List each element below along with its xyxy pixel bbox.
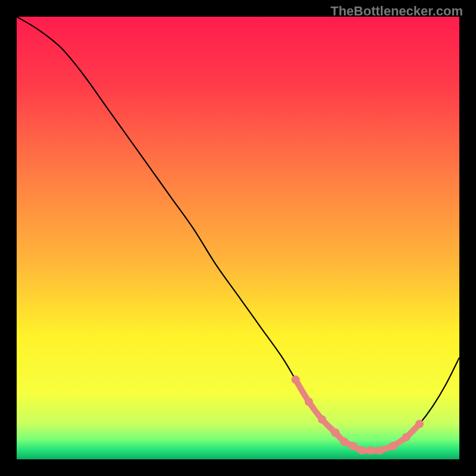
highlight-dot bbox=[415, 419, 424, 428]
highlight-dot bbox=[389, 442, 397, 450]
highlight-dot bbox=[375, 446, 384, 455]
plot-area bbox=[17, 17, 459, 459]
highlight-dot bbox=[349, 442, 357, 450]
highlight-dot bbox=[292, 375, 300, 384]
chart-container: TheBottlenecker.com bbox=[0, 0, 476, 476]
watermark-text: TheBottlenecker.com bbox=[330, 4, 463, 19]
highlight-dot bbox=[318, 415, 326, 424]
highlight-dot bbox=[358, 446, 366, 455]
chart-svg bbox=[17, 17, 459, 459]
gradient-background bbox=[17, 17, 459, 459]
highlight-dot bbox=[367, 446, 375, 455]
highlight-dot bbox=[402, 433, 411, 441]
highlight-dot bbox=[331, 428, 340, 437]
highlight-dot bbox=[305, 397, 313, 406]
highlight-dot bbox=[340, 437, 349, 446]
